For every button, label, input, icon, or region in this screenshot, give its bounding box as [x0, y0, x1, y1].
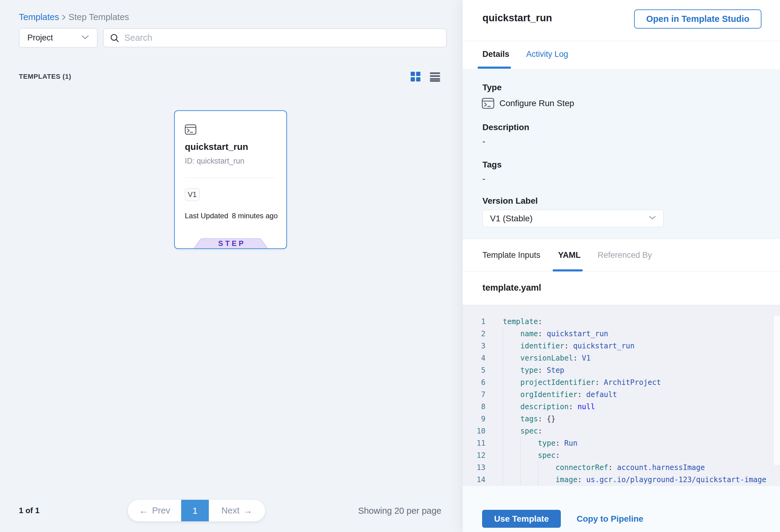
open-in-template-studio-button[interactable]: Open in Template Studio: [634, 9, 762, 29]
tab-activity-log[interactable]: Activity Log: [526, 41, 568, 67]
panel-tabs: Details Activity Log: [462, 41, 780, 69]
chevron-down-icon: [649, 215, 656, 221]
code-line: 1template:: [462, 316, 780, 328]
code-line: 14 image: us.gcr.io/playground-123/quick…: [462, 474, 780, 485]
code-line: 8 description: null: [462, 401, 780, 413]
tags-label: Tags: [482, 160, 501, 170]
code-line: 13 connectorRef: account.harnessImage: [462, 462, 780, 474]
search-input[interactable]: [124, 33, 440, 43]
panel-title: quickstart_run: [482, 12, 552, 24]
arrow-right-icon: →: [243, 506, 253, 515]
yaml-header: template.yaml: [462, 272, 780, 305]
type-value: Configure Run Step: [499, 98, 574, 108]
card-last-updated: Last Updated 8 minutes ago: [185, 211, 278, 220]
tab-yaml[interactable]: YAML: [558, 239, 581, 272]
code-line: 4 versionLabel: V1: [462, 352, 780, 364]
card-step-tag: STEP: [193, 237, 268, 248]
code-line: 6 projectIdentifier: ArchitProject: [462, 376, 780, 389]
pagination: ← Prev 1 Next →: [128, 500, 265, 521]
breadcrumb: Templates Step Templates: [19, 12, 129, 22]
description-value: -: [482, 137, 485, 146]
templates-page: Templates Step Templates Project TEMPLAT…: [0, 0, 780, 532]
version-label: Version Label: [482, 196, 538, 206]
list-view-icon[interactable]: [430, 72, 440, 82]
tab-details[interactable]: Details: [482, 41, 509, 67]
code-line: 10 spec:: [462, 425, 780, 437]
search-box: [103, 28, 447, 47]
yaml-file-name: template.yaml: [482, 283, 541, 293]
version-select-value: V1 (Stable): [490, 214, 533, 224]
search-icon: [109, 33, 120, 43]
tab-template-inputs[interactable]: Template Inputs: [482, 239, 540, 272]
card-updated-label: Last Updated: [185, 211, 228, 220]
templates-count-label: TEMPLATES (1): [19, 72, 71, 81]
panel-header: quickstart_run Open in Template Studio: [462, 0, 780, 41]
page-summary: 1 of 1: [19, 506, 40, 515]
breadcrumb-current: Step Templates: [68, 12, 129, 22]
card-updated-value: 8 minutes ago: [232, 211, 278, 220]
page-1-button[interactable]: 1: [181, 500, 209, 521]
code-line: 9 tags: {}: [462, 413, 780, 425]
active-subtab-underline: [553, 269, 583, 272]
use-template-button[interactable]: Use Template: [482, 510, 561, 528]
svg-text:STEP: STEP: [218, 239, 246, 247]
scope-select[interactable]: Project: [19, 28, 98, 48]
tab-referenced-by[interactable]: Referenced By: [598, 239, 652, 272]
run-step-icon: [185, 124, 196, 136]
yaml-code-editor[interactable]: 1template:2 name: quickstart_run3 identi…: [462, 305, 780, 485]
type-label: Type: [482, 83, 501, 92]
version-select[interactable]: V1 (Stable): [482, 210, 664, 227]
code-scrollbar[interactable]: [773, 316, 780, 465]
prev-page-button[interactable]: ← Prev: [128, 500, 181, 521]
grid-view-icon[interactable]: [410, 71, 421, 82]
details-section: Type Configure Run Step Description - Ta…: [462, 69, 780, 239]
breadcrumb-templates-link[interactable]: Templates: [19, 12, 59, 22]
breadcrumb-chevron-icon: [61, 14, 66, 21]
code-line: 2 name: quickstart_run: [462, 328, 780, 340]
copy-to-pipeline-button[interactable]: Copy to Pipeline: [577, 510, 643, 528]
next-label: Next: [221, 505, 240, 516]
per-page-label: Showing 20 per page: [357, 506, 441, 516]
card-title: quickstart_run: [185, 142, 248, 152]
code-line: 12 spec:: [462, 449, 780, 462]
panel-footer: Use Template Copy to Pipeline: [462, 485, 780, 532]
template-card[interactable]: quickstart_run ID: quickstart_run V1 Las…: [174, 110, 287, 249]
code-line: 7 orgIdentifier: default: [462, 389, 780, 401]
template-details-panel: quickstart_run Open in Template Studio D…: [462, 0, 780, 532]
tags-value: -: [482, 174, 485, 184]
arrow-left-icon: ←: [139, 506, 148, 515]
card-version-badge: V1: [185, 188, 200, 201]
card-divider: [185, 178, 277, 178]
next-page-button[interactable]: Next →: [209, 500, 265, 521]
type-value-row: Configure Run Step: [482, 98, 574, 109]
scope-select-value: Project: [28, 33, 53, 43]
code-line: 5 type: Step: [462, 364, 780, 376]
run-step-icon: [482, 98, 494, 109]
code-line: 11 type: Run: [462, 437, 780, 449]
active-tab-underline: [478, 66, 511, 69]
description-label: Description: [482, 123, 529, 132]
chevron-down-icon: [81, 35, 89, 41]
prev-label: Prev: [152, 505, 170, 516]
yaml-code-lines: 1template:2 name: quickstart_run3 identi…: [462, 316, 780, 485]
code-line: 3 identifier: quickstart_run: [462, 340, 780, 352]
card-id: ID: quickstart_run: [185, 156, 244, 165]
panel-subtabs: Template Inputs YAML Referenced By: [462, 239, 780, 272]
